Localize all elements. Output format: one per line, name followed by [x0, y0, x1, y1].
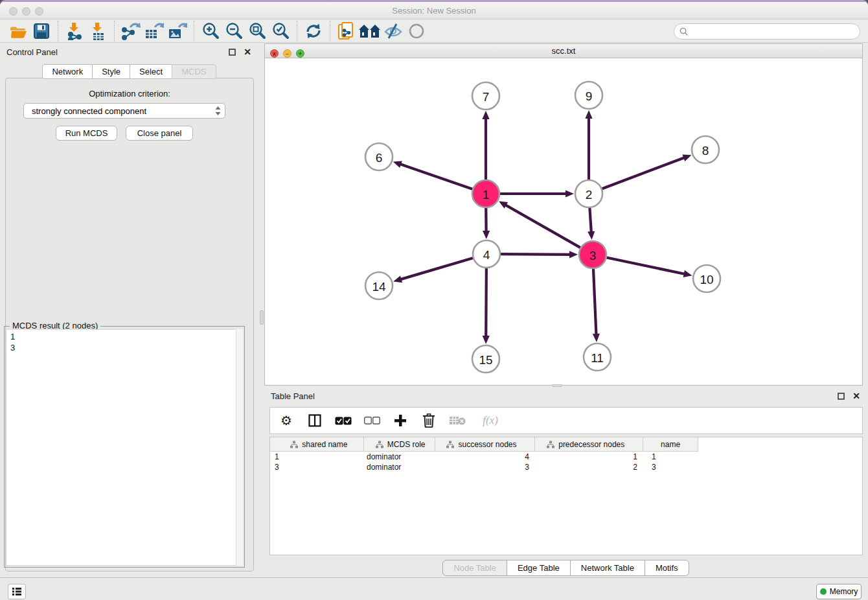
zoom-in-icon[interactable] — [199, 21, 222, 41]
import-table-icon[interactable] — [86, 21, 109, 41]
zoom-fit-icon[interactable] — [246, 21, 269, 41]
memory-button[interactable]: Memory — [816, 584, 862, 599]
app-window-frame: Session: New Session — [0, 0, 868, 600]
graph-edge-arrowhead — [588, 231, 595, 240]
clone-network-icon[interactable] — [335, 21, 358, 41]
toolbar-separator — [58, 21, 58, 41]
graph-edge-arrowhead — [482, 111, 489, 119]
graph-node-label: 1 — [483, 188, 490, 202]
export-network-icon[interactable] — [119, 21, 143, 41]
control-panel-tabs: Network Style Select MCDS — [0, 64, 259, 79]
graph-node-label: 9 — [586, 89, 593, 103]
table-toolbar: ⚙ f(x) — [269, 407, 863, 434]
graph-edge-3-11[interactable] — [593, 269, 597, 335]
close-panel-button[interactable]: Close panel — [126, 126, 193, 141]
column-header-mcds-role[interactable]: MCDS role — [364, 437, 435, 451]
memory-status-icon — [820, 588, 827, 595]
network-minimize-button[interactable]: – — [283, 49, 291, 58]
graph-edge-3-1[interactable] — [505, 205, 580, 248]
table-row[interactable]: 1 dominator 4 1 1 — [270, 452, 862, 462]
close-panel-icon[interactable]: ✕ — [851, 391, 862, 401]
optimization-criterion-select[interactable]: strongly connected component — [23, 103, 225, 119]
tab-motifs[interactable]: Motifs — [645, 560, 689, 576]
tab-select[interactable]: Select — [130, 64, 172, 79]
select-all-icon[interactable] — [335, 412, 352, 429]
graph-edge-arrowhead — [585, 110, 592, 119]
show-columns-icon[interactable] — [306, 412, 323, 429]
graph-node-label: 14 — [372, 280, 386, 294]
network-graph[interactable]: 7968124314101511 — [265, 58, 862, 385]
tab-style[interactable]: Style — [92, 64, 130, 79]
graph-edge-4-15[interactable] — [486, 268, 486, 337]
export-table-icon[interactable] — [143, 21, 166, 41]
search-icon — [680, 27, 688, 36]
control-panel: Control Panel ✕ Network Style Select MCD… — [0, 43, 259, 577]
vertical-splitter[interactable] — [259, 43, 264, 577]
graph-edge-arrowhead — [683, 270, 692, 277]
graph-edge-2-3[interactable] — [589, 208, 591, 233]
delete-column-icon[interactable] — [420, 412, 437, 429]
tab-mcds[interactable]: MCDS — [172, 64, 216, 79]
splitter-grip[interactable] — [260, 310, 264, 325]
minimize-window-button[interactable] — [22, 7, 30, 16]
zoom-selected-icon[interactable] — [269, 21, 292, 41]
float-panel-icon[interactable] — [836, 391, 846, 401]
deselect-all-icon[interactable] — [363, 412, 380, 429]
tab-edge-table[interactable]: Edge Table — [507, 560, 571, 576]
graph-node-label: 10 — [700, 273, 713, 286]
show-selected-icon[interactable] — [405, 21, 428, 41]
graph-edge-arrowhead — [565, 190, 574, 197]
window-controls[interactable] — [9, 6, 48, 18]
show-all-neighbors-icon[interactable] — [358, 21, 382, 41]
graph-edge-4-14[interactable] — [400, 258, 473, 279]
column-header-successor-nodes[interactable]: successor nodes — [435, 437, 536, 451]
network-close-button[interactable]: x — [270, 49, 279, 58]
graph-edge-1-6[interactable] — [400, 164, 472, 189]
table-header-row: shared name MCDS role successor nodes pr… — [270, 437, 698, 452]
import-network-icon[interactable] — [63, 21, 86, 41]
result-scrollbar[interactable] — [236, 329, 243, 566]
graph-node-label: 4 — [483, 248, 490, 262]
column-header-shared-name[interactable]: shared name — [270, 437, 364, 451]
graph-edge-4-3[interactable] — [501, 254, 571, 255]
hide-selected-icon[interactable] — [382, 21, 405, 41]
column-type-icon — [547, 441, 554, 448]
zoom-out-icon[interactable] — [222, 21, 246, 41]
open-session-icon[interactable] — [6, 21, 30, 41]
network-canvas[interactable]: 7968124314101511 — [265, 58, 862, 385]
run-mcds-button[interactable]: Run MCDS — [56, 126, 117, 141]
delete-table-icon — [449, 412, 466, 429]
tab-network[interactable]: Network — [42, 64, 93, 79]
tab-node-table[interactable]: Node Table — [442, 560, 507, 576]
table-row[interactable]: 3 dominator 3 2 3 — [270, 462, 862, 472]
mcds-result-list[interactable]: 1 3 — [6, 329, 243, 566]
close-panel-icon[interactable]: ✕ — [242, 47, 253, 57]
title-bar: Session: New Session — [0, 2, 868, 19]
graph-node-label: 2 — [586, 188, 593, 202]
save-session-icon[interactable] — [30, 21, 53, 41]
tab-network-table[interactable]: Network Table — [570, 560, 645, 576]
table-settings-icon[interactable]: ⚙ — [278, 412, 295, 429]
horizontal-splitter-grip[interactable] — [552, 384, 562, 387]
graph-edge-arrowhead — [593, 334, 600, 342]
zoom-window-button[interactable] — [35, 7, 43, 16]
window-title: Session: New Session — [0, 2, 868, 19]
task-history-button[interactable] — [8, 584, 26, 599]
column-header-name[interactable]: name — [643, 437, 698, 451]
graph-edge-2-8[interactable] — [602, 157, 685, 189]
search-field[interactable] — [674, 23, 860, 40]
column-header-predecessor-nodes[interactable]: predecessor nodes — [535, 437, 643, 451]
close-window-button[interactable] — [9, 7, 17, 16]
float-panel-icon[interactable] — [227, 47, 237, 57]
refresh-layout-icon[interactable] — [302, 21, 325, 41]
column-type-icon — [290, 441, 298, 448]
network-maximize-button[interactable]: + — [296, 49, 304, 58]
graph-edge-arrowhead — [483, 231, 490, 239]
search-input[interactable] — [691, 27, 860, 37]
chevron-up-down-icon — [215, 106, 221, 116]
export-image-icon[interactable] — [166, 21, 189, 41]
graph-edge-3-10[interactable] — [607, 258, 685, 274]
add-column-icon[interactable] — [392, 412, 409, 429]
graph-edge-arrowhead — [393, 161, 402, 168]
column-type-icon — [376, 441, 383, 448]
